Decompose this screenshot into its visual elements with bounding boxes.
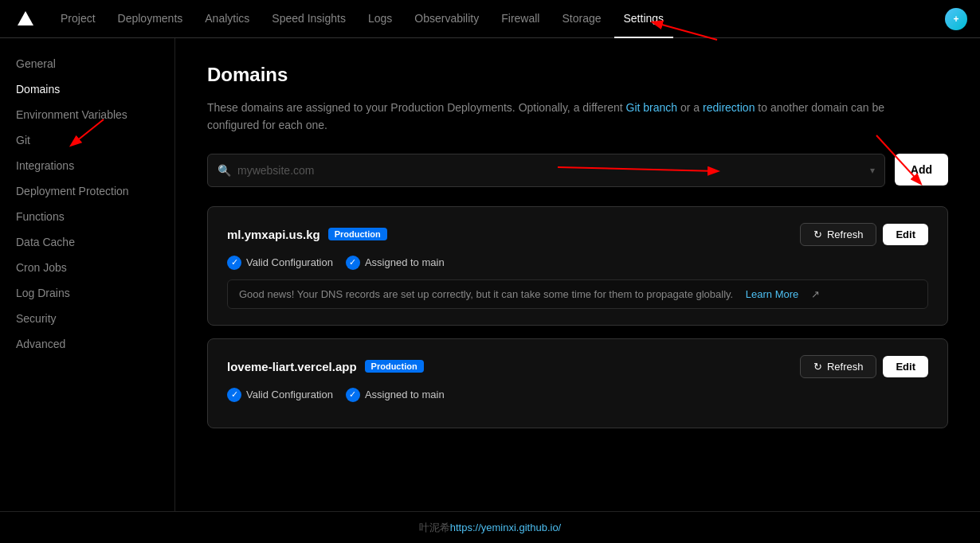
valid-config-chip-1: ✓ Valid Configuration (227, 388, 333, 402)
top-nav: Project Deployments Analytics Speed Insi… (0, 0, 980, 38)
domain-message-0: Good news! Your DNS records are set up c… (227, 279, 928, 309)
nav-item-settings[interactable]: Settings (614, 0, 674, 38)
check-icon-valid-1: ✓ (227, 388, 241, 402)
svg-marker-0 (18, 11, 33, 25)
sidebar-item-integrations[interactable]: Integrations (0, 153, 174, 178)
edit-button-0[interactable]: Edit (883, 224, 928, 245)
check-icon-valid-0: ✓ (227, 256, 241, 270)
refresh-label-0: Refresh (827, 229, 864, 240)
sidebar-item-cron-jobs[interactable]: Cron Jobs (0, 255, 174, 280)
domain-actions-0: ↻ Refresh Edit (800, 223, 928, 246)
domain-badge-0: Production (328, 228, 387, 240)
nav-item-observability[interactable]: Observability (405, 0, 488, 38)
sidebar-item-advanced[interactable]: Advanced (0, 331, 174, 357)
assigned-chip-1: ✓ Assigned to main (346, 388, 445, 402)
sidebar-item-deployment-protection[interactable]: Deployment Protection (0, 178, 174, 204)
sidebar-item-general[interactable]: General (0, 51, 174, 76)
footer-link[interactable]: https://yeminxi.github.io/ (450, 522, 561, 533)
refresh-button-1[interactable]: ↻ Refresh (800, 355, 877, 378)
search-input[interactable] (237, 154, 864, 186)
domain-info-1: loveme-liart.vercel.app Production (227, 360, 424, 373)
domain-card-1: loveme-liart.vercel.app Production ↻ Ref… (207, 338, 948, 428)
refresh-button-0[interactable]: ↻ Refresh (800, 223, 877, 246)
search-icon: 🔍 (218, 164, 231, 177)
sidebar-item-env-vars[interactable]: Environment Variables (0, 102, 174, 127)
refresh-icon-1: ↻ (813, 361, 822, 373)
domain-status-row-0: ✓ Valid Configuration ✓ Assigned to main (227, 256, 928, 270)
domain-badge-1: Production (365, 360, 424, 373)
refresh-icon-0: ↻ (813, 229, 822, 240)
page-title: Domains (207, 64, 948, 86)
nav-right: + (945, 8, 967, 30)
sidebar-item-log-drains[interactable]: Log Drains (0, 280, 174, 306)
message-text-0: Good news! Your DNS records are set up c… (239, 288, 733, 300)
assigned-label-0: Assigned to main (365, 256, 445, 268)
domain-status-row-1: ✓ Valid Configuration ✓ Assigned to main (227, 388, 928, 402)
nav-item-project[interactable]: Project (51, 0, 105, 38)
domain-card-0: ml.ymxapi.us.kg Production ↻ Refresh Edi… (207, 206, 948, 326)
domain-name-1: loveme-liart.vercel.app (227, 360, 357, 373)
footer-watermark: 叶泥希 https://yeminxi.github.io/ (0, 511, 980, 543)
learn-more-link-0[interactable]: Learn More (746, 288, 798, 300)
assigned-label-1: Assigned to main (365, 389, 445, 400)
sidebar-item-domains[interactable]: Domains (0, 76, 174, 102)
refresh-label-1: Refresh (827, 361, 864, 373)
nav-item-analytics[interactable]: Analytics (195, 0, 259, 38)
nav-item-logs[interactable]: Logs (359, 0, 402, 38)
description-text-1: These domains are assigned to your Produ… (207, 101, 626, 114)
search-bar: 🔍 ▾ Add (207, 154, 948, 187)
sidebar-item-data-cache[interactable]: Data Cache (0, 229, 174, 255)
domain-actions-1: ↻ Refresh Edit (800, 355, 928, 378)
git-branch-link[interactable]: Git branch (626, 101, 678, 114)
valid-config-chip-0: ✓ Valid Configuration (227, 256, 333, 270)
nav-item-speed-insights[interactable]: Speed Insights (262, 0, 355, 38)
add-button[interactable]: Add (895, 154, 948, 186)
valid-config-label-1: Valid Configuration (246, 389, 333, 400)
sidebar: General Domains Environment Variables Gi… (0, 38, 175, 511)
sidebar-item-git[interactable]: Git (0, 127, 174, 153)
logo-icon (16, 10, 35, 29)
avatar[interactable]: + (945, 8, 967, 30)
nav-item-deployments[interactable]: Deployments (108, 0, 193, 38)
edit-button-1[interactable]: Edit (883, 356, 928, 377)
assigned-chip-0: ✓ Assigned to main (346, 256, 445, 270)
domain-name-0: ml.ymxapi.us.kg (227, 228, 320, 241)
footer-text: 叶泥希 (419, 521, 450, 535)
chevron-down-icon: ▾ (870, 165, 875, 176)
main-layout: General Domains Environment Variables Gi… (0, 38, 980, 511)
sidebar-item-security[interactable]: Security (0, 306, 174, 331)
nav-item-storage[interactable]: Storage (552, 0, 610, 38)
domain-card-header-1: loveme-liart.vercel.app Production ↻ Ref… (227, 355, 928, 378)
page-description: These domains are assigned to your Produ… (207, 99, 892, 135)
nav-item-firewall[interactable]: Firewall (492, 0, 549, 38)
description-text-2: or a (677, 101, 703, 114)
external-link-icon-0: ↗ (811, 288, 820, 300)
sidebar-item-functions[interactable]: Functions (0, 204, 174, 229)
domain-info-0: ml.ymxapi.us.kg Production (227, 228, 387, 241)
domain-card-header-0: ml.ymxapi.us.kg Production ↻ Refresh Edi… (227, 223, 928, 246)
logo[interactable] (13, 6, 38, 32)
redirection-link[interactable]: redirection (703, 101, 755, 114)
main-content: Domains These domains are assigned to yo… (175, 38, 980, 511)
valid-config-label-0: Valid Configuration (246, 256, 333, 268)
check-icon-assigned-1: ✓ (346, 388, 360, 402)
search-input-wrapper[interactable]: 🔍 ▾ (207, 154, 885, 187)
check-icon-assigned-0: ✓ (346, 256, 360, 270)
